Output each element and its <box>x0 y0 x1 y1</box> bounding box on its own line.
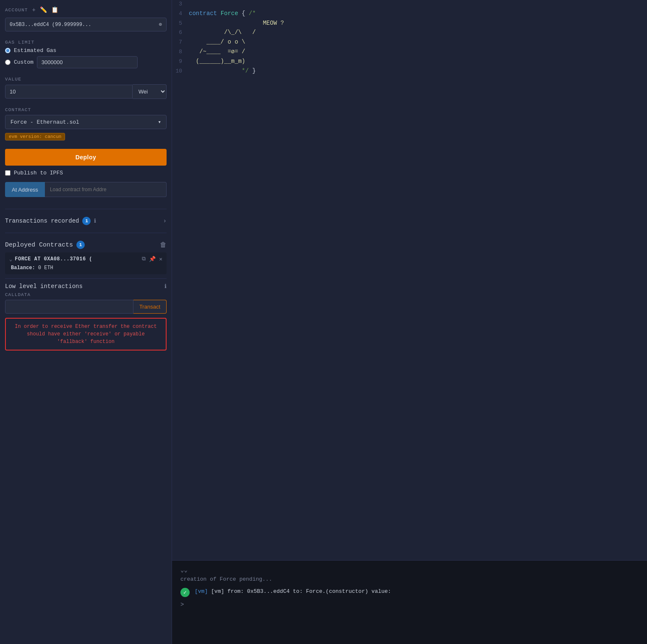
value-input[interactable] <box>5 85 133 99</box>
line-number: 5 <box>172 19 189 28</box>
evm-badge: evm version: cancun <box>5 133 65 140</box>
transactions-badge: 1 <box>82 217 91 225</box>
custom-gas-label: Custom <box>14 59 34 65</box>
line-content: /~____ =ø= / <box>189 47 245 56</box>
terminal-entry: ✓ [vm] [vm] from: 0x5B3...eddC4 to: Forc… <box>180 587 639 597</box>
line-content: contract Force { /* <box>189 9 256 18</box>
at-address-row: At Address <box>5 182 167 197</box>
estimated-gas-label: Estimated Gas <box>14 47 56 54</box>
calldata-input[interactable] <box>5 300 133 314</box>
error-text: In order to receive Ether transfer the c… <box>15 324 157 345</box>
line-content: */ } <box>189 66 256 75</box>
transactions-row[interactable]: Transactions recorded 1 ℹ › <box>5 213 167 229</box>
transactions-label: Transactions recorded <box>5 218 79 224</box>
contract-instance-name: FORCE AT 0XA08...37016 ( <box>15 256 92 262</box>
line-number: 4 <box>172 10 189 18</box>
contract-balance: Balance: 0 ETH <box>9 265 162 271</box>
terminal-prompt[interactable]: > <box>180 601 639 608</box>
add-account-button[interactable]: + <box>31 5 37 14</box>
at-address-input[interactable] <box>45 182 167 197</box>
contract-section: CONTRACT Force - Ethernaut.sol ▾ evm ver… <box>5 104 167 145</box>
deploy-button[interactable]: Deploy <box>5 149 167 166</box>
account-select[interactable]: 0x5B3...eddC4 (99.999999... ⊙ <box>5 18 167 31</box>
value-label: VALUE <box>5 77 167 82</box>
terminal: ⌄⌄ creation of Force pending... ✓ [vm] [… <box>172 560 647 644</box>
line-number: 8 <box>172 48 189 57</box>
account-chevron-icon: ⊙ <box>159 21 162 28</box>
custom-gas-radio[interactable] <box>5 60 10 65</box>
account-value: 0x5B3...eddC4 (99.999999... <box>10 22 91 28</box>
terminal-entry-text: [vm] [vm] from: 0x5B3...eddC4 to: Force.… <box>195 587 391 596</box>
account-header: ACCOUNT + ✏️ 📋 <box>5 4 167 15</box>
line-number: 9 <box>172 57 189 66</box>
code-lines: 34contract Force { /*5 MEOW ?6 /\_/\ /7 … <box>172 0 647 560</box>
code-line: 7 ____/ o o \ <box>172 37 647 47</box>
value-row: Wei Gwei Finney Ether <box>5 84 167 99</box>
error-box: In order to receive Ether transfer the c… <box>5 318 167 351</box>
transact-button[interactable]: Transact <box>133 300 167 314</box>
line-number: 10 <box>172 67 189 76</box>
line-number: 3 <box>172 0 189 9</box>
code-line: 10 */ } <box>172 66 647 76</box>
copy-contract-icon[interactable]: ⧉ <box>142 256 146 262</box>
publish-ipfs-checkbox[interactable] <box>5 170 10 176</box>
publish-row: Publish to IPFS <box>5 170 167 176</box>
terminal-vm-tag: [vm] <box>195 588 208 595</box>
gas-section: GAS LIMIT Estimated Gas Custom <box>5 36 167 68</box>
custom-gas-input[interactable] <box>37 56 138 68</box>
low-level-label: Low level interactions <box>5 283 83 290</box>
contract-actions: ⧉ 📌 ✕ <box>142 256 162 262</box>
custom-gas-row: Custom <box>5 56 167 68</box>
transactions-chevron-icon: › <box>163 218 167 224</box>
code-line: 8 /~____ =ø= / <box>172 47 647 57</box>
account-label: ACCOUNT <box>5 8 28 13</box>
contract-chevron-icon: ▾ <box>158 119 161 125</box>
contract-instance: ⌄ FORCE AT 0XA08...37016 ( ⧉ 📌 ✕ Balance… <box>5 252 167 274</box>
success-icon: ✓ <box>180 588 190 597</box>
code-editor: 34contract Force { /*5 MEOW ?6 /\_/\ /7 … <box>172 0 647 560</box>
copy-account-button[interactable]: 📋 <box>50 5 59 14</box>
low-level-info-icon[interactable]: ℹ <box>164 283 167 290</box>
right-panel: 34contract Force { /*5 MEOW ?6 /\_/\ /7 … <box>172 0 647 644</box>
account-icons: + ✏️ 📋 <box>31 5 59 14</box>
line-number: 6 <box>172 29 189 37</box>
left-panel: ACCOUNT + ✏️ 📋 0x5B3...eddC4 (99.999999.… <box>0 0 172 644</box>
gas-label: GAS LIMIT <box>5 40 167 45</box>
calldata-label: CALLDATA <box>5 292 167 297</box>
line-content: (______)__m_m) <box>189 57 245 66</box>
estimated-gas-radio[interactable] <box>5 48 10 53</box>
deployed-title-left: Deployed Contracts 1 <box>5 241 85 249</box>
edit-account-button[interactable]: ✏️ <box>39 5 48 14</box>
code-line: 6 /\_/\ / <box>172 28 647 37</box>
balance-label: Balance: <box>11 265 35 271</box>
terminal-entry-detail: [vm] from: 0x5B3...eddC4 to: Force.(cons… <box>211 588 391 595</box>
line-content: /\_/\ / <box>189 28 256 37</box>
code-line: 9 (______)__m_m) <box>172 57 647 66</box>
deployed-badge: 1 <box>76 241 85 249</box>
value-section: VALUE Wei Gwei Finney Ether <box>5 73 167 99</box>
contract-label: CONTRACT <box>5 107 167 112</box>
value-unit-select[interactable]: Wei Gwei Finney Ether <box>133 84 167 99</box>
estimated-gas-row: Estimated Gas <box>5 47 167 54</box>
balance-value: 0 ETH <box>38 265 53 271</box>
close-contract-icon[interactable]: ✕ <box>159 256 162 262</box>
code-line: 5 MEOW ? <box>172 18 647 28</box>
line-content: ____/ o o \ <box>189 37 245 47</box>
at-address-button[interactable]: At Address <box>5 182 45 197</box>
line-number: 7 <box>172 38 189 47</box>
collapse-arrows-icon[interactable]: ⌄⌄ <box>180 566 639 574</box>
contract-instance-header: ⌄ FORCE AT 0XA08...37016 ( ⧉ 📌 ✕ <box>9 256 162 262</box>
contract-select[interactable]: Force - Ethernaut.sol ▾ <box>5 115 167 129</box>
transactions-info-icon[interactable]: ℹ <box>94 218 96 224</box>
transactions-left: Transactions recorded 1 ℹ <box>5 217 96 225</box>
pin-contract-icon[interactable]: 📌 <box>149 256 156 262</box>
publish-label: Publish to IPFS <box>14 170 63 176</box>
divider-2 <box>5 233 167 233</box>
deployed-contracts-header: Deployed Contracts 1 🗑 <box>5 236 167 252</box>
code-line: 4contract Force { /* <box>172 9 647 18</box>
code-line: 3 <box>172 0 647 9</box>
calldata-row: Transact <box>5 300 167 314</box>
trash-icon[interactable]: 🗑 <box>160 241 167 249</box>
contract-value: Force - Ethernaut.sol <box>10 119 79 125</box>
contract-collapse-icon[interactable]: ⌄ <box>9 256 12 262</box>
